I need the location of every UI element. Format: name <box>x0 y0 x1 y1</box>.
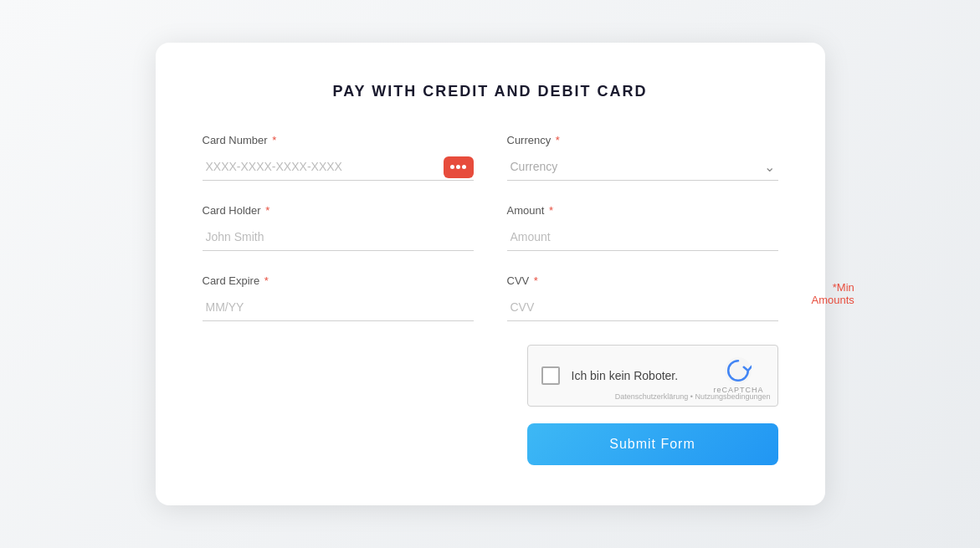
card-number-group: Card Number * <box>203 134 474 181</box>
captcha-checkbox[interactable] <box>541 366 560 385</box>
amount-group: Amount * <box>507 204 778 251</box>
recaptcha-icon <box>725 357 752 384</box>
row-expire-cvv-min: Card Expire * CVV * *Min Amounts <box>203 274 778 321</box>
card-holder-input-wrapper <box>203 223 474 251</box>
cvv-input[interactable] <box>507 294 778 321</box>
amount-label: Amount * <box>507 204 778 217</box>
currency-select[interactable]: Currency USD EUR GBP CHF <box>507 153 778 181</box>
card-holder-label: Card Holder * <box>203 204 474 217</box>
card-expire-group: Card Expire * <box>203 274 474 321</box>
card-icon <box>444 156 474 178</box>
captcha-label: Ich bin kein Roboter. <box>572 369 707 382</box>
captcha-logo-area: reCAPTCHA <box>713 357 763 394</box>
card-number-label: Card Number * <box>203 134 474 146</box>
submit-button[interactable]: Submit Form <box>527 423 778 465</box>
card-expire-input-wrapper <box>203 294 474 321</box>
captcha-links: Datenschutzerklärung • Nutzungsbedingung… <box>615 392 771 401</box>
submit-row: Submit Form <box>203 423 778 465</box>
row-card-holder-amount: Card Holder * Amount * <box>203 204 778 251</box>
card-icon-dots <box>450 165 466 169</box>
card-holder-group: Card Holder * <box>203 204 474 251</box>
cvv-group: CVV * <box>507 274 778 321</box>
payment-form-card: PAY WITH CREDIT AND DEBIT CARD Card Numb… <box>156 43 825 505</box>
min-amounts-text: *Min Amounts <box>812 274 854 306</box>
card-number-input[interactable] <box>203 153 474 181</box>
card-expire-input[interactable] <box>203 294 474 321</box>
row-card-number-currency: Card Number * Currency * <box>203 134 778 181</box>
min-amounts-group: *Min Amounts <box>812 274 854 321</box>
card-expire-label: Card Expire * <box>203 274 474 287</box>
page-background: PAY WITH CREDIT AND DEBIT CARD Card Numb… <box>0 0 980 548</box>
currency-select-wrapper: Currency USD EUR GBP CHF <box>507 153 778 181</box>
card-number-input-wrapper <box>203 153 474 181</box>
captcha-terms-link[interactable]: Nutzungsbedingungen <box>695 392 770 401</box>
amount-input-wrapper <box>507 223 778 251</box>
captcha-privacy-link[interactable]: Datenschutzerklärung <box>615 392 689 401</box>
currency-group: Currency * Currency USD EUR GBP CHF <box>507 134 778 181</box>
captcha-box: Ich bin kein Roboter. reCAPTCHA Datensch… <box>527 345 778 407</box>
page-title: PAY WITH CREDIT AND DEBIT CARD <box>203 83 778 100</box>
cvv-label: CVV * <box>507 274 778 287</box>
currency-label: Currency * <box>507 134 778 146</box>
cvv-input-wrapper <box>507 294 778 321</box>
amount-input[interactable] <box>507 223 778 251</box>
captcha-row: Ich bin kein Roboter. reCAPTCHA Datensch… <box>203 345 778 407</box>
card-holder-input[interactable] <box>203 223 474 251</box>
